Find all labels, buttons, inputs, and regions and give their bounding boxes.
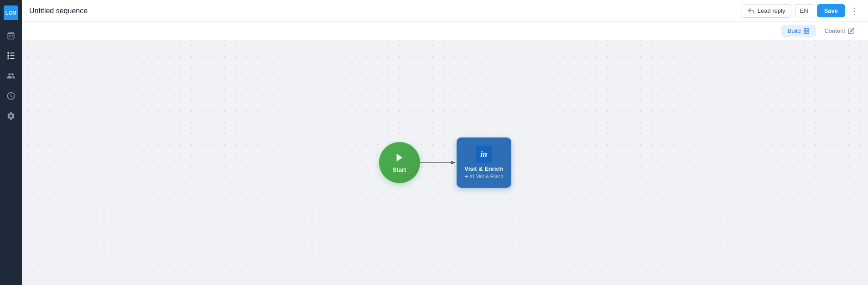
- reply-icon: [748, 7, 755, 15]
- linkedin-node-subtitle: ☰ #1 Visit & Enrich: [464, 174, 503, 179]
- secondary-bar: Build Content: [22, 22, 868, 40]
- sidebar-item-activity[interactable]: [3, 88, 19, 104]
- lead-reply-button[interactable]: Lead reply: [742, 4, 791, 18]
- build-icon: [803, 28, 810, 34]
- svg-marker-6: [451, 161, 456, 164]
- svg-rect-2: [804, 32, 806, 33]
- tab-content-label: Content: [824, 27, 845, 34]
- svg-rect-0: [804, 28, 806, 30]
- language-button[interactable]: EN: [795, 4, 813, 17]
- tab-content[interactable]: Content: [818, 25, 861, 37]
- svg-marker-4: [396, 153, 402, 161]
- linkedin-node[interactable]: in Visit & Enrich ☰ #1 Visit & Enrich: [457, 137, 511, 188]
- edit-icon: [848, 28, 854, 34]
- sequence-title: Untitled sequence: [29, 7, 736, 15]
- svg-rect-3: [807, 32, 809, 33]
- topbar: Untitled sequence Lead reply EN Save ⋮: [22, 0, 868, 22]
- sidebar: LGM: [0, 0, 22, 285]
- sidebar-item-settings[interactable]: [3, 108, 19, 124]
- linkedin-icon: in: [476, 146, 492, 163]
- app-logo: LGM: [4, 5, 18, 20]
- tab-build-label: Build: [788, 27, 801, 34]
- linkedin-in-text: in: [480, 150, 487, 159]
- linkedin-node-title: Visit & Enrich: [464, 165, 503, 172]
- flow-arrow: [420, 158, 457, 167]
- topbar-actions: Lead reply EN Save ⋮: [742, 4, 861, 18]
- start-label: Start: [393, 166, 406, 173]
- arrow-svg: [420, 158, 457, 167]
- tab-build[interactable]: Build: [781, 25, 816, 37]
- flow-container: Start in Visit & Enrich ☰ #1 Visit & Enr…: [379, 137, 511, 188]
- flow-canvas[interactable]: Start in Visit & Enrich ☰ #1 Visit & Enr…: [22, 40, 868, 285]
- sidebar-item-contacts[interactable]: [3, 68, 19, 84]
- subtitle-icon: ☰: [464, 174, 468, 179]
- more-icon: ⋮: [851, 6, 859, 16]
- start-node[interactable]: Start: [379, 142, 420, 183]
- more-options-button[interactable]: ⋮: [849, 4, 861, 18]
- save-button[interactable]: Save: [817, 4, 845, 17]
- linkedin-subtitle-text: #1 Visit & Enrich: [470, 174, 503, 179]
- svg-rect-1: [807, 28, 809, 30]
- main-area: Untitled sequence Lead reply EN Save ⋮ B…: [22, 0, 868, 285]
- lead-reply-label: Lead reply: [758, 7, 785, 14]
- play-triangle-icon: [395, 153, 405, 163]
- play-icon: [395, 153, 405, 165]
- sidebar-item-sequences[interactable]: [3, 48, 19, 64]
- sidebar-item-calendar[interactable]: [3, 27, 19, 44]
